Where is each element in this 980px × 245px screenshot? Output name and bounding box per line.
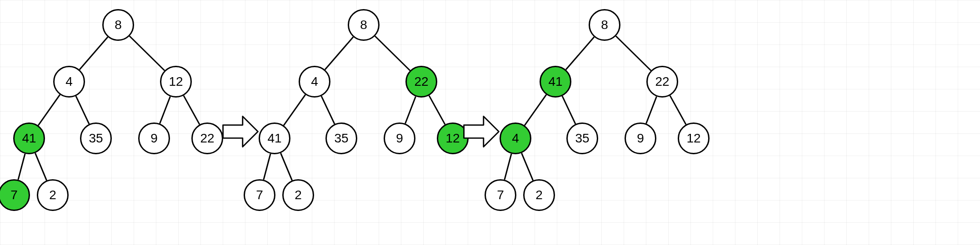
node-value: 8: [360, 18, 367, 32]
svg-line-16: [566, 37, 594, 69]
svg-line-7: [35, 153, 46, 180]
node-value: 9: [150, 131, 158, 146]
svg-line-13: [429, 96, 445, 125]
node-value: 7: [256, 188, 263, 202]
tree-2-node-root: 8: [348, 9, 380, 41]
tree-1-node-root: 8: [102, 9, 134, 41]
tree-2-node-lll: 7: [244, 179, 275, 211]
svg-line-23: [521, 153, 533, 180]
step-arrow-2: [460, 110, 503, 153]
svg-line-11: [321, 96, 335, 124]
tree-3-node-rl: 9: [625, 122, 656, 154]
tree-2-node-l: 4: [299, 66, 330, 98]
svg-line-21: [670, 96, 686, 125]
tree-3-node-root: 8: [589, 9, 620, 41]
svg-line-5: [184, 96, 200, 125]
tree-1-node-lll: 7: [0, 179, 30, 211]
svg-line-19: [562, 96, 575, 124]
node-value: 35: [334, 131, 348, 146]
diagram-stage: 841241359227284224135912728412243591272: [0, 0, 980, 245]
node-value: 41: [267, 131, 281, 146]
node-value: 22: [655, 74, 669, 89]
node-value: 35: [89, 131, 103, 146]
node-value: 41: [548, 74, 562, 89]
svg-line-9: [375, 36, 410, 71]
node-value: 9: [396, 131, 403, 146]
tree-1-node-rl: 9: [138, 122, 170, 154]
node-value: 22: [200, 131, 214, 146]
node-value: 7: [10, 188, 18, 202]
svg-line-14: [264, 154, 270, 180]
tree-1-node-lr: 35: [80, 122, 112, 154]
svg-line-3: [76, 96, 89, 124]
node-value: 12: [445, 131, 460, 146]
svg-line-1: [130, 36, 165, 71]
svg-line-10: [284, 95, 305, 126]
svg-line-0: [80, 37, 108, 69]
node-value: 12: [686, 131, 700, 146]
node-value: 2: [535, 188, 543, 202]
tree-3-node-lll: 7: [485, 179, 516, 211]
svg-line-18: [525, 95, 546, 126]
node-value: 2: [295, 188, 302, 202]
tree-1-node-r: 12: [160, 66, 192, 98]
svg-line-17: [616, 36, 651, 71]
tree-2-node-ll: 41: [259, 122, 290, 154]
node-value: 4: [311, 74, 318, 89]
node-value: 4: [512, 131, 519, 146]
tree-1-node-l: 4: [53, 66, 85, 98]
svg-line-8: [325, 37, 353, 69]
svg-line-15: [280, 153, 292, 180]
node-value: 22: [414, 74, 428, 89]
tree-3-node-lr: 35: [566, 122, 598, 154]
tree-2-node-lr: 35: [325, 122, 357, 154]
svg-line-20: [646, 97, 657, 124]
node-value: 35: [575, 131, 589, 146]
node-value: 2: [49, 188, 56, 202]
tree-1-node-llr: 2: [37, 179, 69, 211]
tree-3-node-r: 22: [646, 66, 678, 98]
node-value: 7: [497, 188, 504, 202]
node-value: 4: [65, 74, 73, 89]
tree-3-node-ll: 4: [500, 122, 531, 154]
node-value: 41: [22, 131, 36, 146]
tree-2-node-r: 22: [405, 66, 437, 98]
svg-line-2: [38, 95, 60, 126]
svg-line-6: [18, 154, 25, 180]
tree-3-node-rr: 12: [678, 122, 710, 154]
node-value: 9: [637, 131, 644, 146]
tree-3-node-l: 41: [540, 66, 571, 98]
node-value: 12: [169, 74, 183, 89]
svg-line-22: [505, 154, 511, 180]
svg-line-4: [160, 97, 170, 124]
tree-2-node-llr: 2: [282, 179, 314, 211]
node-value: 8: [601, 18, 608, 32]
tree-3-node-llr: 2: [523, 179, 555, 211]
svg-line-12: [405, 97, 416, 124]
tree-2-node-rl: 9: [384, 122, 415, 154]
tree-1-node-ll: 41: [13, 122, 45, 154]
step-arrow-1: [219, 110, 262, 153]
node-value: 8: [115, 18, 122, 32]
